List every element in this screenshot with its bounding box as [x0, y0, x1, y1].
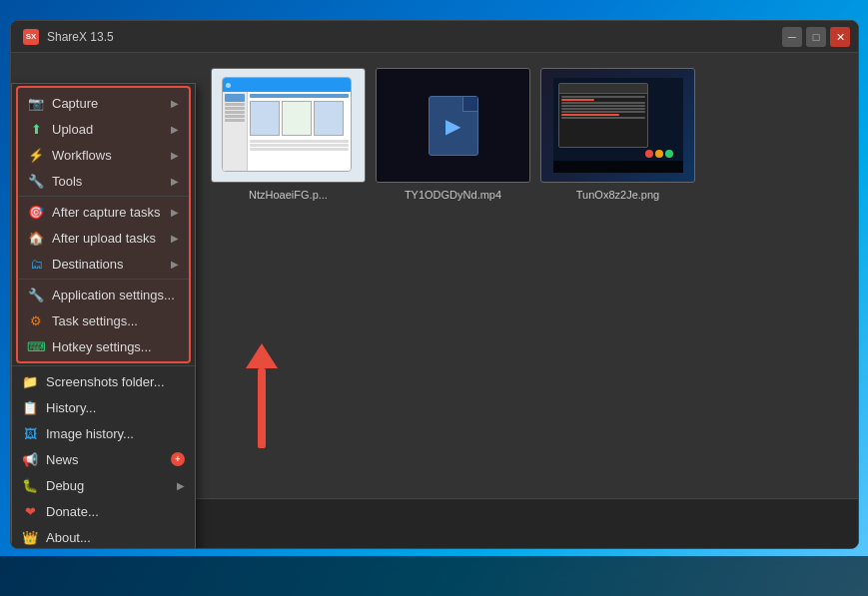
- screenshots-label: Screenshots folder...: [46, 374, 185, 389]
- taskbar: [0, 556, 868, 596]
- after-upload-arrow: ▶: [171, 233, 179, 244]
- thumbnail-3[interactable]: TunOx8z2Je.png: [540, 68, 695, 201]
- window-content: 📷 Capture ▶ ⬆ Upload ▶ ⚡ Workflows ▶ 🔧 T…: [11, 53, 858, 548]
- video-file-icon: ▶: [429, 96, 478, 156]
- news-icon: 📢: [22, 451, 38, 467]
- upload-label: Upload: [52, 122, 163, 137]
- menu-item-tools[interactable]: 🔧 Tools ▶: [18, 168, 189, 194]
- after-upload-icon: 🏠: [28, 230, 44, 246]
- menu-item-task-settings[interactable]: ⚙ Task settings...: [18, 307, 189, 333]
- history-icon: 📋: [22, 399, 38, 415]
- menu-item-destinations[interactable]: 🗂 Destinations ▶: [18, 251, 189, 277]
- task-settings-label: Task settings...: [52, 313, 179, 328]
- titlebar: SX ShareX 13.5 ─ □ ✕: [11, 21, 858, 53]
- window-controls: ─ □ ✕: [782, 27, 850, 47]
- upload-icon: ⬆: [28, 121, 44, 137]
- hotkey-icon: ⌨: [28, 338, 44, 354]
- about-label: About...: [46, 530, 185, 545]
- dropdown-menu: 📷 Capture ▶ ⬆ Upload ▶ ⚡ Workflows ▶ 🔧 T…: [11, 83, 196, 549]
- image-history-icon: 🖼: [22, 425, 38, 441]
- menu-item-donate[interactable]: ❤ Donate...: [12, 498, 195, 524]
- menu-item-image-history[interactable]: 🖼 Image history...: [12, 420, 195, 446]
- donate-label: Donate...: [46, 504, 185, 519]
- thumb-1-label: NtzHoaeiFG.p...: [249, 189, 328, 201]
- menu-item-after-capture[interactable]: 🎯 After capture tasks ▶: [18, 199, 189, 225]
- thumbnail-2[interactable]: ▶ TY1ODGDyNd.mp4: [376, 68, 530, 201]
- menu-item-hotkey[interactable]: ⌨ Hotkey settings...: [18, 333, 189, 359]
- task-settings-icon: ⚙: [28, 312, 44, 328]
- hotkey-label: Hotkey settings...: [52, 339, 179, 354]
- menu-item-app-settings[interactable]: 🔧 Application settings...: [18, 282, 189, 307]
- after-capture-arrow: ▶: [171, 207, 179, 218]
- menu-item-history[interactable]: 📋 History...: [12, 394, 195, 420]
- capture-icon: 📷: [28, 95, 44, 111]
- image-history-label: Image history...: [46, 426, 185, 441]
- destinations-label: Destinations: [52, 257, 163, 272]
- after-capture-label: After capture tasks: [52, 205, 163, 220]
- menu-item-upload[interactable]: ⬆ Upload ▶: [18, 116, 189, 142]
- workflows-icon: ⚡: [28, 147, 44, 163]
- debug-label: Debug: [46, 478, 169, 493]
- about-icon: 👑: [22, 529, 38, 545]
- menu-item-capture[interactable]: 📷 Capture ▶: [18, 90, 189, 116]
- screenshots-icon: 📁: [22, 373, 38, 389]
- highlighted-menu-section: 📷 Capture ▶ ⬆ Upload ▶ ⚡ Workflows ▶ 🔧 T…: [16, 86, 191, 363]
- after-upload-label: After upload tasks: [52, 231, 163, 246]
- menu-item-about[interactable]: 👑 About...: [12, 524, 195, 549]
- workflows-label: Workflows: [52, 148, 163, 163]
- donate-icon: ❤: [22, 503, 38, 519]
- thumbnail-1[interactable]: NtzHoaeiFG.p...: [211, 68, 366, 201]
- divider-3: [12, 365, 195, 366]
- close-button[interactable]: ✕: [830, 27, 850, 47]
- thumb-3-label: TunOx8z2Je.png: [576, 189, 659, 201]
- app-settings-label: Application settings...: [52, 288, 179, 302]
- upload-arrow: ▶: [171, 124, 179, 135]
- divider-1: [18, 196, 189, 197]
- thumb-img-2: ▶: [376, 68, 530, 183]
- capture-label: Capture: [52, 96, 163, 111]
- workflows-arrow: ▶: [171, 150, 179, 161]
- after-capture-icon: 🎯: [28, 204, 44, 220]
- minimize-button[interactable]: ─: [782, 27, 802, 47]
- history-label: History...: [46, 400, 185, 415]
- tools-icon: 🔧: [28, 173, 44, 189]
- desktop-mini: [553, 78, 683, 173]
- news-label: News: [46, 452, 163, 467]
- destinations-arrow: ▶: [171, 259, 179, 270]
- menu-item-news[interactable]: 📢 News +: [12, 446, 195, 472]
- maximize-button[interactable]: □: [806, 27, 826, 47]
- app-settings-icon: 🔧: [28, 287, 44, 302]
- menu-item-workflows[interactable]: ⚡ Workflows ▶: [18, 142, 189, 168]
- thumb-2-label: TY1ODGDyNd.mp4: [405, 189, 501, 201]
- thumb-img-3: [540, 68, 695, 183]
- menu-item-debug[interactable]: 🐛 Debug ▶: [12, 472, 195, 498]
- thumb-img-1: [211, 68, 366, 183]
- debug-arrow: ▶: [177, 480, 185, 491]
- divider-2: [18, 279, 189, 280]
- news-badge: +: [171, 452, 185, 466]
- destinations-icon: 🗂: [28, 256, 44, 272]
- menu-item-screenshots[interactable]: 📁 Screenshots folder...: [12, 368, 195, 394]
- window-title: ShareX 13.5: [47, 30, 846, 44]
- capture-arrow: ▶: [171, 98, 179, 109]
- menu-item-after-upload[interactable]: 🏠 After upload tasks ▶: [18, 225, 189, 251]
- red-arrow: [246, 343, 278, 448]
- debug-icon: 🐛: [22, 477, 38, 493]
- tools-arrow: ▶: [171, 176, 179, 187]
- tools-label: Tools: [52, 174, 163, 189]
- sharex-window: SX ShareX 13.5 ─ □ ✕ 📷 Capture ▶ ⬆: [10, 20, 859, 549]
- app-icon: SX: [23, 29, 39, 45]
